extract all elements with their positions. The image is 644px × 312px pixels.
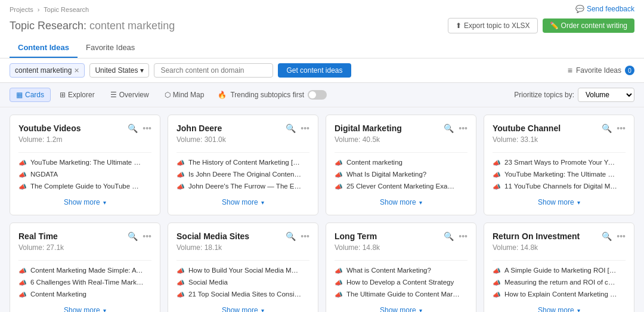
card-item: 📣 25 Clever Content Marketing Examples w… — [335, 183, 467, 191]
order-content-button[interactable]: ✏️ Order content writing — [543, 18, 634, 33]
card-item-text[interactable]: Is John Deere The Original Content Marke… — [188, 171, 302, 178]
chevron-down-icon: ▾ — [103, 199, 106, 206]
overview-icon: ☰ — [110, 91, 117, 99]
country-select[interactable]: United States ▾ — [89, 63, 149, 78]
card-item: 📣 A Simple Guide to Marketing ROI [Formu… — [493, 267, 626, 275]
prioritize-select[interactable]: Volume Difficulty Relevance — [578, 88, 634, 102]
card-title: Long Term — [335, 231, 377, 241]
card-item-text[interactable]: The History of Content Marketing [Update… — [188, 159, 302, 166]
chevron-down-icon: ▾ — [577, 199, 580, 206]
card-item: 📣 Is John Deere The Original Content Mar… — [177, 171, 309, 179]
show-more-button[interactable]: Show more ▾ — [493, 306, 626, 312]
card-item-text[interactable]: Content marketing — [346, 159, 402, 166]
search-icon[interactable]: 🔍 — [602, 231, 612, 241]
show-more-button[interactable]: Show more ▾ — [335, 306, 467, 312]
lines-icon: ≡ — [568, 66, 572, 75]
card-item: 📣 YouTube Marketing: The Ultimate Guide — [18, 159, 151, 167]
card-item-text[interactable]: Measuring the return and ROI of content … — [504, 279, 618, 286]
card-item-text[interactable]: How to Explain Content Marketing ROI to … — [504, 291, 618, 298]
bullhorn-icon: 📣 — [18, 267, 27, 275]
search-icon[interactable]: 🔍 — [286, 123, 296, 133]
breadcrumb-sep: › — [38, 6, 40, 13]
card-item-text[interactable]: 11 YouTube Channels for Digital Marketin… — [504, 183, 618, 190]
search-icon[interactable]: 🔍 — [602, 123, 612, 133]
keyword-remove-icon[interactable]: ✕ — [74, 67, 79, 75]
card-item-text[interactable]: 25 Clever Content Marketing Examples wit… — [346, 183, 460, 190]
card-item-text[interactable]: The Ultimate Guide to Content Marketing … — [346, 291, 460, 298]
cards-icon: ▦ — [16, 91, 23, 99]
card-title: Real Time — [18, 231, 58, 241]
more-icon[interactable]: ••• — [617, 123, 626, 133]
mindmap-icon: ⬡ — [165, 91, 171, 99]
card-item-text[interactable]: YouTube Marketing: The Ultimate Guide — [504, 171, 618, 178]
card-item-text[interactable]: A Simple Guide to Marketing ROI [Formula… — [504, 267, 618, 274]
search-icon[interactable]: 🔍 — [128, 123, 138, 133]
card-item-text[interactable]: YouTube Marketing: The Ultimate Guide — [30, 159, 144, 166]
cards-grid: Youtube Videos 🔍 ••• Volume: 1.2m 📣 YouT… — [0, 107, 644, 312]
card-item: 📣 6 Challenges With Real-Time Marketing — [18, 279, 151, 287]
card-item-text[interactable]: 6 Challenges With Real-Time Marketing — [30, 279, 144, 286]
more-icon[interactable]: ••• — [143, 231, 151, 241]
chevron-down-icon: ▾ — [419, 307, 422, 312]
export-button[interactable]: ⬆ Export topic to XLSX — [448, 18, 538, 33]
card-title: Digital Marketing — [335, 123, 402, 133]
card-item-text[interactable]: Content Marketing Made Simple: A Step-by… — [30, 267, 144, 274]
search-icon[interactable]: 🔍 — [286, 231, 296, 241]
explorer-view-button[interactable]: ⊞ Explorer — [53, 88, 101, 102]
card-item-text[interactable]: 23 Smart Ways to Promote Your YouTube Ch… — [504, 159, 618, 166]
card-item-text[interactable]: What Is Digital Marketing? — [346, 171, 426, 178]
show-more-button[interactable]: Show more ▾ — [335, 198, 467, 206]
search-icon[interactable]: 🔍 — [128, 231, 138, 241]
show-more-button[interactable]: Show more ▾ — [177, 306, 309, 312]
card-item: 📣 Measuring the return and ROI of conten… — [493, 279, 626, 287]
keyword-text: content marketing — [15, 66, 72, 75]
cards-view-button[interactable]: ▦ Cards — [10, 88, 51, 102]
get-content-ideas-button[interactable]: Get content ideas — [278, 63, 351, 78]
card-item-text[interactable]: What is Content Marketing? — [346, 267, 431, 274]
show-more-button[interactable]: Show more ▾ — [493, 198, 626, 206]
search-icon[interactable]: 🔍 — [444, 123, 454, 133]
show-more-button[interactable]: Show more ▾ — [18, 198, 151, 206]
more-icon[interactable]: ••• — [301, 123, 309, 133]
send-feedback-button[interactable]: 💬 Send feedback — [575, 5, 634, 13]
card-item-text[interactable]: 21 Top Social Media Sites to Consider fo… — [188, 291, 302, 298]
tab-favorite-ideas[interactable]: Favorite Ideas — [78, 38, 143, 58]
explorer-icon: ⊞ — [60, 91, 66, 99]
card-item: 📣 Content Marketing — [18, 291, 151, 299]
favorite-ideas-label[interactable]: Favorite Ideas — [576, 66, 621, 75]
mindmap-view-button[interactable]: ⬡ Mind Map — [158, 88, 211, 102]
card-item-text[interactable]: Content Marketing — [30, 291, 86, 298]
trending-toggle[interactable] — [308, 90, 327, 100]
more-icon[interactable]: ••• — [617, 231, 626, 241]
card-item-text[interactable]: How to Develop a Content Strategy — [346, 279, 454, 286]
search-icon[interactable]: 🔍 — [444, 231, 454, 241]
card-long-term: Long Term 🔍 ••• Volume: 14.8k 📣 What is … — [326, 223, 476, 312]
card-item: 📣 How to Build Your Social Media Marketi… — [177, 267, 309, 275]
more-icon[interactable]: ••• — [459, 231, 467, 241]
more-icon[interactable]: ••• — [301, 231, 309, 241]
card-item-text[interactable]: NGDATA — [30, 171, 58, 178]
show-more-button[interactable]: Show more ▾ — [18, 306, 151, 312]
card-item: 📣 21 Top Social Media Sites to Consider … — [177, 291, 309, 299]
tab-content-ideas[interactable]: Content Ideas — [10, 38, 78, 58]
search-domain-input[interactable] — [154, 63, 273, 78]
card-item-text[interactable]: John Deere's The Furrow — The Epitome of… — [188, 183, 302, 190]
feedback-icon: 💬 — [575, 5, 584, 13]
bullhorn-icon: 📣 — [493, 267, 501, 275]
bullhorn-icon: 📣 — [177, 291, 185, 299]
more-icon[interactable]: ••• — [459, 123, 467, 133]
breadcrumb-projects[interactable]: Projects — [10, 6, 33, 13]
card-item-text[interactable]: The Complete Guide to YouTube Marketing … — [30, 183, 144, 190]
card-item-text[interactable]: Social Media — [188, 279, 228, 286]
card-item: 📣 How to Explain Content Marketing ROI t… — [493, 291, 626, 299]
favorite-count-badge: 0 — [625, 66, 634, 75]
chevron-down-icon: ▾ — [103, 307, 106, 312]
card-item: 📣 John Deere's The Furrow — The Epitome … — [177, 183, 309, 191]
card-item: 📣 YouTube Marketing: The Ultimate Guide — [493, 171, 626, 179]
show-more-button[interactable]: Show more ▾ — [177, 198, 309, 206]
overview-view-button[interactable]: ☰ Overview — [104, 88, 156, 102]
bullhorn-icon: 📣 — [335, 291, 343, 299]
trending-label: Trending subtopics first — [230, 91, 304, 99]
more-icon[interactable]: ••• — [143, 123, 151, 133]
card-item-text[interactable]: How to Build Your Social Media Marketing… — [188, 267, 302, 274]
